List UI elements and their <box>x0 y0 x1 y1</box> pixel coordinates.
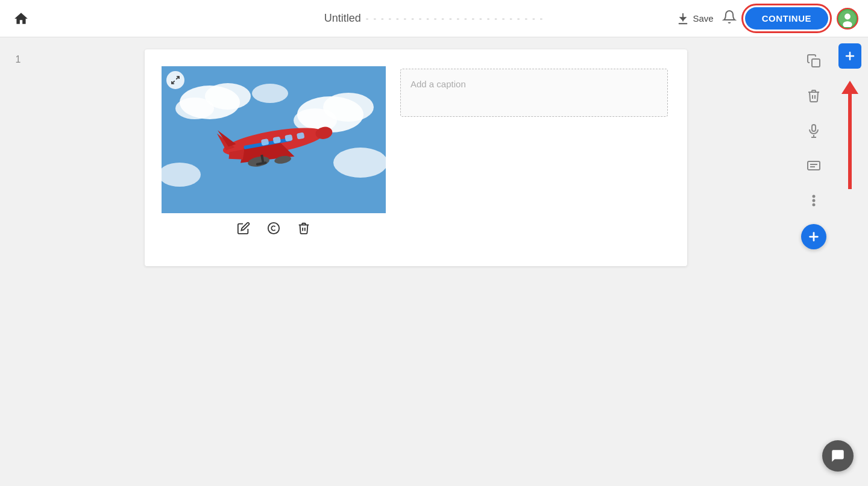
avatar <box>837 8 858 30</box>
image-container <box>162 66 386 213</box>
new-document-button[interactable] <box>838 43 861 69</box>
card-area: Add a caption <box>36 37 796 486</box>
bell-icon[interactable] <box>722 10 737 27</box>
svg-rect-32 <box>812 125 816 131</box>
delete-image-button[interactable] <box>297 222 310 238</box>
image-section <box>162 66 386 238</box>
add-block-button[interactable] <box>801 224 826 249</box>
home-button[interactable] <box>10 7 33 30</box>
page-number-col: 1 <box>0 37 36 486</box>
caption-input[interactable]: Add a caption <box>400 69 668 117</box>
red-arrow-indicator <box>841 81 858 189</box>
svg-point-11 <box>333 148 386 178</box>
topbar-left <box>10 7 33 30</box>
chat-bubble-button[interactable] <box>822 440 854 472</box>
save-button[interactable]: Save <box>676 12 713 25</box>
page-number: 1 <box>16 54 21 65</box>
more-options-button[interactable] <box>802 189 825 212</box>
svg-point-10 <box>252 84 288 103</box>
image-actions <box>237 222 310 238</box>
svg-point-38 <box>813 195 816 198</box>
svg-point-30 <box>268 223 279 234</box>
far-right-col <box>832 37 868 486</box>
slide-card: Add a caption <box>145 49 687 266</box>
main-area: 1 <box>0 37 868 486</box>
title-separator: - - - - - - - - - - - - - - - - - - - - … <box>366 14 544 23</box>
svg-point-6 <box>175 98 214 119</box>
delete-slide-button[interactable] <box>802 84 825 107</box>
arrow-line <box>848 93 852 189</box>
copy-slide-button[interactable] <box>802 49 825 72</box>
svg-point-39 <box>813 199 816 202</box>
mic-button[interactable] <box>802 119 825 142</box>
document-title[interactable]: Untitled <box>324 12 361 25</box>
topbar-center: Untitled - - - - - - - - - - - - - - - -… <box>324 12 544 25</box>
right-sidebar <box>796 37 832 486</box>
arrow-head <box>841 81 858 94</box>
svg-rect-35 <box>808 161 820 170</box>
save-label: Save <box>693 13 713 23</box>
edit-image-button[interactable] <box>237 222 250 238</box>
topbar: Untitled - - - - - - - - - - - - - - - -… <box>0 0 868 37</box>
copyright-button[interactable] <box>267 222 280 238</box>
expand-button[interactable] <box>166 71 184 89</box>
continue-button[interactable]: CONTINUE <box>745 7 828 30</box>
topbar-right: Save CONTINUE <box>676 7 858 30</box>
svg-point-40 <box>813 204 816 207</box>
svg-point-1 <box>844 13 851 19</box>
captions-button[interactable] <box>802 154 825 177</box>
caption-section: Add a caption <box>386 66 668 117</box>
svg-rect-31 <box>812 59 820 67</box>
